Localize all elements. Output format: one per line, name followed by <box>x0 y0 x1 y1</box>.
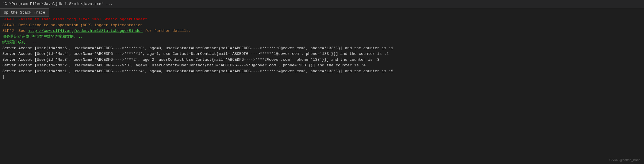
stack-trace-button[interactable]: Up the Stack Trace <box>0 8 49 17</box>
line-server-accept-3: Server Accept [User{id='No:3', userName=… <box>2 57 642 63</box>
slf4j-link[interactable]: http://www.slf4j.org/codes.html#StaticLo… <box>28 29 143 33</box>
line-server-accept-4: Server Accept [User{id='No:2', userName=… <box>2 63 642 68</box>
line-failed: SLF4J: Failed to load class "org.slf4j.i… <box>2 17 642 22</box>
cursor-line: | <box>2 74 642 80</box>
terminal-container: "C:\Program Files\Java\jdk-1.8\bin\java.… <box>0 0 644 164</box>
line-nop: SLF4J: Defaulting to no-operation (NOP) … <box>2 22 642 28</box>
line-server-accept-1: Server Accept [User{id='No:5', userName=… <box>2 45 642 51</box>
line-see: SLF4J: See http://www.slf4j.org/codes.ht… <box>2 28 642 34</box>
console-output: SLF4J: Failed to load class "org.slf4j.i… <box>0 17 644 81</box>
watermark: CSDN @coffee_babe <box>609 158 640 162</box>
line-server-started: 服务器启动完成,等待客户端的连接和数据.... <box>2 34 642 40</box>
top-bar: "C:\Program Files\Java\jdk-1.8\bin\java.… <box>0 0 644 8</box>
line-server-accept-5: Server Accept [User{id='No:1', userName=… <box>2 68 642 74</box>
line-port-bound: 绑定端口成功..... <box>2 40 642 45</box>
line-server-accept-2: Server Accept [User{id='No:4', userName=… <box>2 51 642 57</box>
terminal-title: "C:\Program Files\Java\jdk-1.8\bin\java.… <box>2 2 113 6</box>
